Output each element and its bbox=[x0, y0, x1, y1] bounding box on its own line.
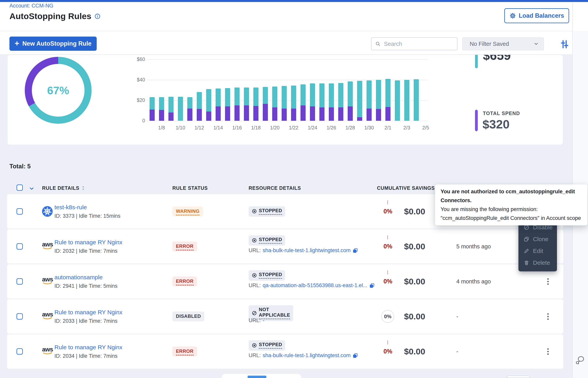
rule-name-link[interactable]: Rule to manage RY Nginx bbox=[54, 239, 122, 246]
total-spend-accent-bar bbox=[475, 110, 478, 131]
chevron-down-icon bbox=[533, 41, 539, 47]
bar-savings bbox=[291, 86, 296, 108]
bar-savings bbox=[282, 86, 287, 108]
resource-url-link[interactable]: - bbox=[263, 317, 265, 324]
bar-savings bbox=[272, 87, 277, 108]
savings-percent-tick bbox=[387, 200, 388, 204]
gridline bbox=[147, 121, 428, 121]
context-menu-item-delete[interactable]: Delete bbox=[518, 257, 557, 269]
sort-icon[interactable] bbox=[82, 186, 85, 190]
filter-settings-icon[interactable] bbox=[559, 39, 570, 50]
bar-savings bbox=[376, 80, 381, 109]
row-checkbox[interactable] bbox=[16, 243, 23, 250]
column-header-rule-status: RULE STATUS bbox=[172, 185, 208, 191]
bar-spend bbox=[310, 106, 315, 121]
info-icon[interactable] bbox=[95, 13, 101, 19]
load-balancers-label: Load Balancers bbox=[519, 12, 564, 19]
rule-name-link[interactable]: automationsample bbox=[54, 274, 117, 281]
row-actions-kebab-icon[interactable] bbox=[545, 277, 551, 286]
savings-percent: 0% bbox=[377, 348, 392, 355]
resource-url-link[interactable]: qa-automation-alb-515563988.us-east-1.el… bbox=[263, 283, 368, 288]
savings-amount: $0.00 bbox=[404, 242, 425, 251]
rule-meta: ID: 2032 | Idle Time: 7mins bbox=[54, 248, 122, 254]
bar-spend bbox=[338, 107, 343, 121]
row-actions-kebab-icon[interactable] bbox=[545, 312, 551, 321]
savings-percent-tick bbox=[387, 270, 388, 274]
x-axis-tick: 1/28 bbox=[342, 125, 358, 131]
resource-url-link[interactable]: sha-bulk-rule-test-1.lightwingtest.com bbox=[263, 247, 351, 254]
bar-savings bbox=[348, 81, 353, 106]
rule-name-link[interactable]: Rule to manage RY Nginx bbox=[54, 344, 122, 351]
x-axis-tick: 1/14 bbox=[210, 125, 226, 131]
bar-spend bbox=[376, 109, 381, 121]
donut-percent-label: 67% bbox=[25, 57, 91, 124]
bar-savings bbox=[253, 88, 258, 106]
chat-icon[interactable] bbox=[575, 356, 585, 365]
bar-savings bbox=[300, 84, 306, 105]
savings-amount: $0.00 bbox=[404, 277, 425, 286]
bottom-right-button[interactable] bbox=[507, 376, 530, 378]
new-autostopping-rule-button[interactable]: + New AutoStopping Rule bbox=[9, 37, 97, 51]
row-checkbox[interactable] bbox=[16, 208, 23, 215]
bar-spend bbox=[357, 117, 362, 121]
bar-savings bbox=[187, 97, 192, 108]
search-input[interactable] bbox=[383, 40, 454, 47]
copy-icon[interactable] bbox=[353, 353, 358, 358]
bar-spend bbox=[159, 110, 164, 121]
bar-savings bbox=[225, 88, 230, 107]
column-header-cumulative-savings[interactable]: CUMULATIVE SAVINGS bbox=[377, 185, 440, 191]
copy-icon[interactable] bbox=[353, 248, 358, 253]
last-resource-activity: - bbox=[456, 348, 458, 355]
bar-savings bbox=[404, 80, 409, 121]
table-row[interactable]: aws Rule to manage RY Nginx ID: 2032 | I… bbox=[7, 229, 563, 264]
resource-url-link[interactable]: sha-bulk-rule-test-1.lightwingtest.com bbox=[263, 352, 351, 359]
url-label: URL: bbox=[249, 317, 261, 324]
top-accent-bar bbox=[0, 0, 588, 2]
savings-value: $659 bbox=[483, 54, 511, 63]
url-label: URL: bbox=[249, 352, 261, 359]
total-spend-value: $320 bbox=[483, 117, 510, 131]
bar-spend bbox=[150, 109, 155, 121]
rule-name-link[interactable]: Rule to manage RY Nginx bbox=[54, 309, 122, 316]
select-all-checkbox[interactable] bbox=[16, 185, 23, 191]
context-menu-item-edit[interactable]: Edit bbox=[518, 245, 557, 257]
context-menu-item-clone[interactable]: Clone bbox=[518, 233, 557, 245]
resource-status-badge: STOPPED bbox=[249, 340, 285, 351]
row-actions-kebab-icon[interactable] bbox=[545, 347, 551, 356]
table-row[interactable]: aws automationsample ID: 2941 | Idle Tim… bbox=[7, 264, 563, 298]
bar-savings bbox=[150, 97, 155, 109]
bar-savings bbox=[168, 97, 174, 113]
total-count-label: Total: 5 bbox=[9, 163, 31, 170]
savings-percent: 0% bbox=[377, 278, 392, 285]
url-label: URL: bbox=[249, 283, 261, 288]
table-row[interactable]: aws Rule to manage RY Nginx ID: 2034 | I… bbox=[7, 334, 563, 369]
rule-name-link[interactable]: test-k8s-rule bbox=[54, 204, 120, 211]
pagination-page-button[interactable] bbox=[248, 376, 266, 378]
aws-icon: aws bbox=[42, 277, 53, 283]
savings-percent-tick bbox=[387, 235, 388, 239]
aws-icon: aws bbox=[42, 347, 53, 352]
saved-filter-dropdown[interactable]: No Filter Saved bbox=[462, 37, 544, 50]
savings-percent: 0% bbox=[377, 208, 392, 215]
clone-icon bbox=[524, 236, 529, 242]
account-breadcrumb[interactable]: Account: CCM-NG bbox=[9, 3, 53, 9]
gridline bbox=[147, 59, 428, 60]
delete-icon bbox=[524, 260, 529, 266]
row-checkbox[interactable] bbox=[16, 313, 23, 320]
tooltip-line: "ccm_autoStoppingRule_edit Connectors" i… bbox=[441, 214, 582, 223]
bar-savings bbox=[216, 89, 221, 106]
select-menu-chevron-icon[interactable] bbox=[29, 186, 35, 191]
bar-spend bbox=[187, 108, 192, 121]
bar-savings bbox=[367, 81, 372, 108]
column-header-rule-details[interactable]: RULE DETAILS bbox=[42, 185, 85, 191]
rule-status-badge: ERROR bbox=[172, 242, 197, 251]
copy-icon[interactable] bbox=[369, 283, 375, 288]
tooltip-line: You are not authorized to ccm_autostoppi… bbox=[441, 187, 582, 205]
table-row[interactable]: aws Rule to manage RY Nginx ID: 2033 | I… bbox=[7, 299, 563, 334]
right-rail-header bbox=[573, 2, 588, 31]
row-checkbox[interactable] bbox=[16, 348, 23, 355]
y-axis-tick: $20 bbox=[131, 97, 145, 103]
load-balancers-button[interactable]: Load Balancers bbox=[504, 8, 569, 23]
aws-icon: aws bbox=[42, 242, 53, 247]
row-checkbox[interactable] bbox=[16, 278, 23, 284]
